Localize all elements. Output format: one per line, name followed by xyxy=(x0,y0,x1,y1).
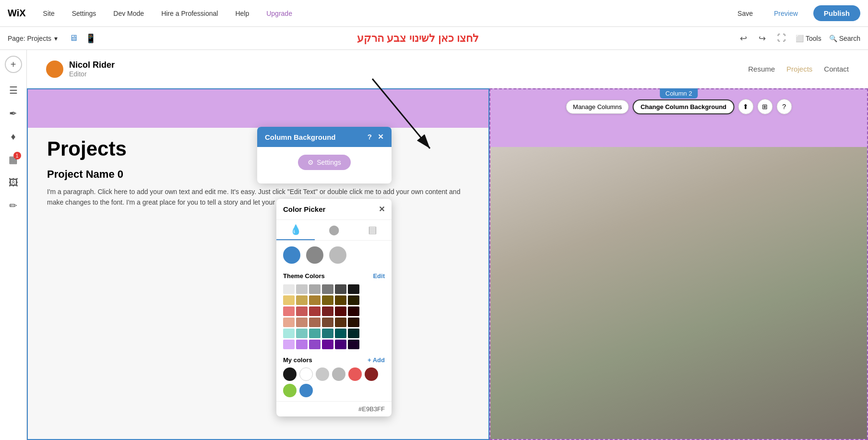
sidebar-design-icon[interactable]: ♦ xyxy=(4,127,23,146)
color-picker-header: Color Picker ✕ xyxy=(276,199,392,220)
theme-colors-edit-link[interactable]: Edit xyxy=(373,272,385,280)
undo-button[interactable]: ↩ xyxy=(738,31,749,46)
tools-icon: ⬜ xyxy=(796,35,804,42)
swatch[interactable] xyxy=(309,295,321,305)
desktop-icon[interactable]: 🖥 xyxy=(67,31,80,46)
swatch[interactable] xyxy=(296,318,308,327)
swatch[interactable] xyxy=(335,295,346,305)
my-color-gray[interactable] xyxy=(332,367,345,381)
swatch[interactable] xyxy=(348,284,359,294)
nav-devmode[interactable]: Dev Mode xyxy=(109,8,148,19)
swatch[interactable] xyxy=(335,318,346,327)
nav-help[interactable]: Help xyxy=(231,8,253,19)
swatch[interactable] xyxy=(335,306,346,316)
swatch[interactable] xyxy=(309,306,321,316)
site-header: Nicol Rider Editor Resume Projects Conta… xyxy=(27,50,868,88)
swatch[interactable] xyxy=(283,329,295,338)
page-selector[interactable]: Page: Projects ▾ xyxy=(8,35,58,42)
swatch[interactable] xyxy=(335,340,346,349)
swatch[interactable] xyxy=(283,318,295,327)
settings-button[interactable]: ⚙ Settings xyxy=(298,155,351,170)
swatch[interactable] xyxy=(322,329,333,338)
color-swatch-blue[interactable] xyxy=(283,246,300,264)
swatch[interactable] xyxy=(322,295,333,305)
nav-resume[interactable]: Resume xyxy=(748,65,775,73)
swatch-row-6 xyxy=(283,340,385,349)
swatch[interactable] xyxy=(309,340,321,349)
swatch[interactable] xyxy=(283,284,295,294)
swatch[interactable] xyxy=(296,284,308,294)
my-color-dark-red[interactable] xyxy=(365,367,378,381)
sidebar-draw-icon[interactable]: ✏ xyxy=(4,196,23,215)
swatch[interactable] xyxy=(309,329,321,338)
swatch[interactable] xyxy=(283,340,295,349)
swatch[interactable] xyxy=(348,306,359,316)
change-column-background-button[interactable]: Change Column Background xyxy=(633,99,734,114)
my-color-black[interactable] xyxy=(283,367,297,381)
sidebar-pages-icon[interactable]: ☰ xyxy=(4,81,23,100)
my-color-red[interactable] xyxy=(348,367,362,381)
color-picker-close-icon[interactable]: ✕ xyxy=(379,205,385,214)
publish-button[interactable]: Publish xyxy=(813,5,860,21)
swatch[interactable] xyxy=(296,329,308,338)
swatch[interactable] xyxy=(348,295,359,305)
swatch[interactable] xyxy=(335,284,346,294)
manage-columns-button[interactable]: Manage Columns xyxy=(566,100,629,114)
nav-hire[interactable]: Hire a Professional xyxy=(157,8,222,19)
swatch[interactable] xyxy=(309,318,321,327)
settings-label: Settings xyxy=(317,159,341,166)
col-bg-help-icon[interactable]: ? xyxy=(368,133,372,141)
swatch[interactable] xyxy=(322,306,333,316)
save-button[interactable]: Save xyxy=(732,8,759,19)
swatch[interactable] xyxy=(322,284,333,294)
color-tab-image[interactable]: ▤ xyxy=(353,220,392,240)
sidebar-text-icon[interactable]: ✒ xyxy=(4,104,23,123)
my-color-light-gray[interactable] xyxy=(316,367,329,381)
help-icon-button[interactable]: ? xyxy=(776,99,792,114)
search-button[interactable]: 🔍 Search xyxy=(829,35,860,42)
site-logo-area: Nicol Rider Editor xyxy=(46,60,115,78)
swatch[interactable] xyxy=(283,306,295,316)
redo-button[interactable]: ↪ xyxy=(757,31,768,46)
swatch-row-3 xyxy=(283,306,385,316)
col-bg-close-icon[interactable]: ✕ xyxy=(378,133,384,141)
nav-site[interactable]: Site xyxy=(39,8,59,19)
nav-projects[interactable]: Projects xyxy=(786,65,812,73)
preview-button[interactable]: Preview xyxy=(768,8,804,19)
add-element-button[interactable]: + xyxy=(5,56,22,73)
swatch[interactable] xyxy=(296,306,308,316)
color-tab-gradient[interactable]: ⬤ xyxy=(315,220,353,240)
my-color-white[interactable] xyxy=(299,367,313,381)
my-color-green[interactable] xyxy=(283,384,297,397)
swatch[interactable] xyxy=(283,295,295,305)
column-background-panel: Column Background ? ✕ ⚙ Settings xyxy=(257,127,392,183)
color-picker-panel: Color Picker ✕ 💧 ⬤ ▤ Theme Colors Edit xyxy=(276,199,392,416)
swatch[interactable] xyxy=(322,340,333,349)
swatch[interactable] xyxy=(296,340,308,349)
swatch[interactable] xyxy=(309,284,321,294)
my-color-blue[interactable] xyxy=(299,384,313,397)
site-columns: Projects Project Name 0 I'm a paragraph.… xyxy=(27,88,868,440)
add-color-link[interactable]: + Add xyxy=(368,356,385,364)
nav-settings[interactable]: Settings xyxy=(68,8,100,19)
nav-upgrade[interactable]: Upgrade xyxy=(262,8,296,19)
search-icon: 🔍 xyxy=(829,35,837,42)
nav-contact[interactable]: Contact xyxy=(824,65,849,73)
avatar xyxy=(46,61,63,78)
swatch[interactable] xyxy=(296,295,308,305)
layout-icon-button[interactable]: ⊞ xyxy=(757,99,773,114)
color-swatch-gray-mid[interactable] xyxy=(306,246,323,264)
sidebar-media-icon[interactable]: 🖼 xyxy=(4,173,23,192)
swatch[interactable] xyxy=(348,340,359,349)
swatch[interactable] xyxy=(335,329,346,338)
mobile-icon[interactable]: 📱 xyxy=(83,31,98,46)
swatch[interactable] xyxy=(348,318,359,327)
color-tab-solid[interactable]: 💧 xyxy=(276,220,315,240)
fullscreen-icon[interactable]: ⛶ xyxy=(775,31,788,45)
swatch[interactable] xyxy=(348,329,359,338)
arrange-icon-button[interactable]: ⬆ xyxy=(738,99,753,114)
swatch[interactable] xyxy=(322,318,333,327)
sidebar-apps-icon[interactable]: ▦ 1 xyxy=(4,150,23,169)
color-swatch-gray-light[interactable] xyxy=(329,246,346,264)
tools-button[interactable]: ⬜ Tools xyxy=(796,35,821,42)
